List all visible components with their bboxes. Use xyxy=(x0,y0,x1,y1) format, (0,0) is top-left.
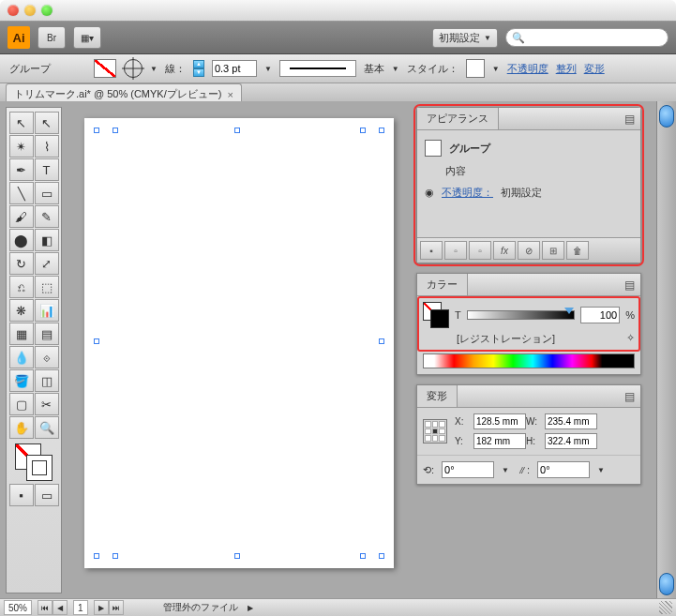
document-tab-title: トリムマーク.ai* @ 50% (CMYK/プレビュー) xyxy=(14,87,221,101)
appearance-fill-button[interactable]: ▫ xyxy=(469,241,491,260)
artboard-pager[interactable]: ▶⏭ xyxy=(94,600,124,615)
pencil-tool[interactable]: ✎ xyxy=(35,205,59,228)
scroll-thumb-icon[interactable] xyxy=(659,573,674,595)
panel-menu-icon[interactable]: ▤ xyxy=(619,388,640,405)
shear-input[interactable] xyxy=(537,461,590,478)
appearance-panel-tab[interactable]: アピアランス xyxy=(417,108,499,129)
color-spectrum[interactable] xyxy=(423,353,635,368)
recolor-icon[interactable] xyxy=(124,59,143,78)
resize-gripper-icon[interactable] xyxy=(659,601,672,614)
stroke-width-spinner[interactable]: ▲▼ xyxy=(193,60,204,77)
paintbrush-tool[interactable]: 🖌 xyxy=(9,205,34,228)
clear-appearance-button[interactable]: ⊘ xyxy=(518,241,540,260)
add-swatch-icon[interactable]: ✧ xyxy=(626,332,635,344)
color-swatch-name: [レジストレーション] xyxy=(457,333,555,344)
mesh-tool[interactable]: ▦ xyxy=(9,323,34,345)
magic-wand-tool[interactable]: ✴ xyxy=(9,135,34,158)
color-panel: カラー▤ T % [レジストレーション]✧ xyxy=(416,273,641,375)
w-input[interactable] xyxy=(545,413,597,429)
direct-selection-tool[interactable]: ↖ xyxy=(35,112,59,134)
selection-tool[interactable]: ↖ xyxy=(9,112,34,134)
panel-menu-icon[interactable]: ▤ xyxy=(619,111,640,128)
rotate-input[interactable] xyxy=(442,461,494,478)
artboard-tool[interactable]: ▢ xyxy=(9,393,34,415)
symbol-sprayer-tool[interactable]: ❋ xyxy=(9,299,34,322)
appearance-stroke-button[interactable]: ▫ xyxy=(444,241,467,260)
align-link[interactable]: 整列 xyxy=(556,62,577,76)
live-paint-selection-tool[interactable]: ◫ xyxy=(35,369,59,392)
zoom-tool[interactable]: 🔍 xyxy=(35,416,59,439)
pen-tool[interactable]: ✒ xyxy=(9,158,34,181)
duplicate-item-button[interactable]: ⊞ xyxy=(542,241,564,260)
h-input[interactable] xyxy=(545,433,597,449)
bridge-button[interactable]: Br xyxy=(38,26,66,49)
rotate-icon: ⟲: xyxy=(423,464,434,476)
rectangle-tool[interactable]: ▭ xyxy=(35,182,59,204)
style-swatch[interactable] xyxy=(466,59,485,78)
fill-stroke-control[interactable] xyxy=(15,443,53,481)
appearance-contents-label: 内容 xyxy=(445,164,466,178)
zoom-window-icon[interactable] xyxy=(41,5,53,16)
fill-swatch[interactable] xyxy=(94,59,116,78)
delete-item-button[interactable]: 🗑 xyxy=(566,241,589,260)
percent-label: % xyxy=(625,309,635,321)
warp-tool[interactable]: ⎌ xyxy=(9,276,34,298)
zoom-level[interactable]: 50% xyxy=(4,600,32,615)
scroll-thumb-icon[interactable] xyxy=(659,105,674,128)
color-panel-tab[interactable]: カラー xyxy=(417,274,468,295)
blob-brush-tool[interactable]: ⬤ xyxy=(9,229,34,251)
workspace-label: 初期設定 xyxy=(439,31,480,45)
canvas-area[interactable] xyxy=(68,107,411,593)
transform-panel: 変形▤ X: W: Y: H: ⟲:▼ ⫽:▼ xyxy=(416,384,641,485)
artboard-number[interactable]: 1 xyxy=(73,600,88,615)
color-fill-stroke-icon[interactable] xyxy=(423,302,449,328)
panel-menu-icon[interactable]: ▤ xyxy=(619,277,640,293)
rotate-tool[interactable]: ↻ xyxy=(9,252,34,275)
style-label: スタイル： xyxy=(407,62,458,76)
stroke-width-input[interactable] xyxy=(212,60,257,77)
app-menu-bar: Ai Br ▦▾ 初期設定▼ 🔍 xyxy=(0,22,676,54)
x-input[interactable] xyxy=(473,413,526,429)
line-tool[interactable]: ╲ xyxy=(9,182,34,204)
stroke-style-preview[interactable] xyxy=(279,60,356,77)
new-art-button[interactable]: ▪ xyxy=(420,241,443,260)
color-mode-button[interactable]: ▪ xyxy=(9,484,34,506)
workspace-switcher[interactable]: 初期設定▼ xyxy=(432,28,498,48)
graph-tool[interactable]: 📊 xyxy=(35,299,59,322)
transform-link[interactable]: 変形 xyxy=(584,62,605,76)
appearance-thumb-icon xyxy=(425,140,442,157)
eraser-tool[interactable]: ◧ xyxy=(35,229,59,251)
close-window-icon[interactable] xyxy=(8,5,19,16)
effects-button[interactable]: fx xyxy=(493,241,516,260)
w-label: W: xyxy=(526,416,539,427)
status-info: 管理外のファイル xyxy=(163,601,238,614)
appearance-opacity-link[interactable]: 不透明度： xyxy=(442,186,493,200)
y-input[interactable] xyxy=(473,433,526,449)
lasso-tool[interactable]: ⌇ xyxy=(35,135,59,158)
gradient-tool[interactable]: ▤ xyxy=(35,323,59,345)
transform-panel-tab[interactable]: 変形 xyxy=(417,385,458,407)
type-tool[interactable]: T xyxy=(35,158,59,181)
panel-dock-scroll[interactable] xyxy=(656,101,676,599)
hand-tool[interactable]: ✋ xyxy=(9,416,34,439)
live-paint-tool[interactable]: 🪣 xyxy=(9,369,34,392)
search-field[interactable]: 🔍 xyxy=(505,28,668,47)
minimize-window-icon[interactable] xyxy=(24,5,36,16)
blend-tool[interactable]: ⟐ xyxy=(35,346,59,368)
app-icon: Ai xyxy=(8,26,30,49)
color-channel-label: T xyxy=(455,309,461,321)
eyedropper-tool[interactable]: 💧 xyxy=(9,346,34,368)
tint-value-input[interactable] xyxy=(580,307,620,323)
opacity-link[interactable]: 不透明度 xyxy=(507,62,548,76)
appearance-opacity-value: 初期設定 xyxy=(501,186,542,200)
arrange-documents-button[interactable]: ▦▾ xyxy=(73,26,101,49)
scale-tool[interactable]: ⤢ xyxy=(35,252,59,275)
tint-slider[interactable] xyxy=(467,310,575,320)
artboard-pager[interactable]: ⏮◀ xyxy=(38,600,68,615)
close-tab-icon[interactable]: × xyxy=(227,89,233,100)
screen-mode-button[interactable]: ▭ xyxy=(35,484,59,506)
free-transform-tool[interactable]: ⬚ xyxy=(35,276,59,298)
slice-tool[interactable]: ✂ xyxy=(35,393,59,415)
reference-point-selector[interactable] xyxy=(423,419,447,443)
visibility-icon[interactable]: ◉ xyxy=(425,187,434,199)
